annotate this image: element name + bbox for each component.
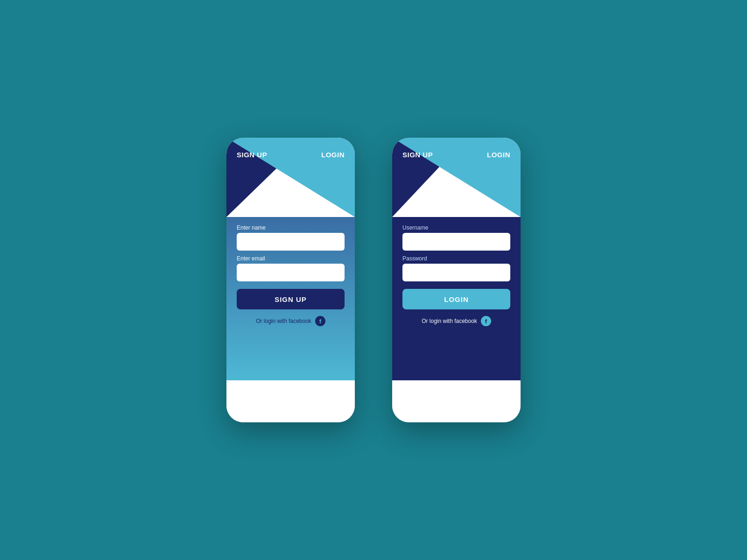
login-card-footer [392, 380, 521, 422]
login-facebook-icon[interactable]: f [481, 316, 491, 326]
login-facebook-letter: f [485, 318, 487, 325]
signup-phone-card: SIGN UP LOGIN Enter name Enter email SIG… [226, 138, 355, 422]
password-field-group: Password [402, 255, 510, 281]
name-input[interactable] [237, 233, 345, 251]
login-tab[interactable]: LOGIN [321, 151, 345, 159]
name-label: Enter name [237, 224, 345, 231]
signup-card-footer [226, 380, 355, 422]
facebook-letter: f [319, 318, 321, 325]
name-field-group: Enter name [237, 224, 345, 251]
signup-form-body: Enter name Enter email SIGN UP Or login … [226, 217, 355, 380]
facebook-icon[interactable]: f [315, 316, 325, 326]
login-form-body: Username Password LOGIN Or login with fa… [392, 217, 521, 380]
signup-button[interactable]: SIGN UP [237, 289, 345, 309]
username-field-group: Username [402, 224, 510, 251]
header-tabs: SIGN UP LOGIN [226, 138, 355, 217]
login-facebook-row: Or login with facebook f [402, 316, 510, 326]
email-input[interactable] [237, 264, 345, 281]
email-label: Enter email [237, 255, 345, 262]
login-header-tabs: SIGN UP LOGIN [392, 138, 521, 217]
facebook-login-row: Or login with facebook f [237, 316, 345, 326]
login-facebook-text: Or login with facebook [422, 318, 477, 324]
username-input[interactable] [402, 233, 510, 251]
email-field-group: Enter email [237, 255, 345, 281]
password-label: Password [402, 255, 510, 262]
signup-header: SIGN UP LOGIN [226, 138, 355, 217]
login-header: SIGN UP LOGIN [392, 138, 521, 217]
login-button[interactable]: LOGIN [402, 289, 510, 309]
signup-tab[interactable]: SIGN UP [237, 151, 267, 159]
login-login-tab[interactable]: LOGIN [487, 151, 510, 159]
password-input[interactable] [402, 264, 510, 281]
login-phone-card: SIGN UP LOGIN Username Password LOGIN Or… [392, 138, 521, 422]
username-label: Username [402, 224, 510, 231]
login-signup-tab[interactable]: SIGN UP [402, 151, 433, 159]
facebook-login-text: Or login with facebook [256, 318, 311, 324]
